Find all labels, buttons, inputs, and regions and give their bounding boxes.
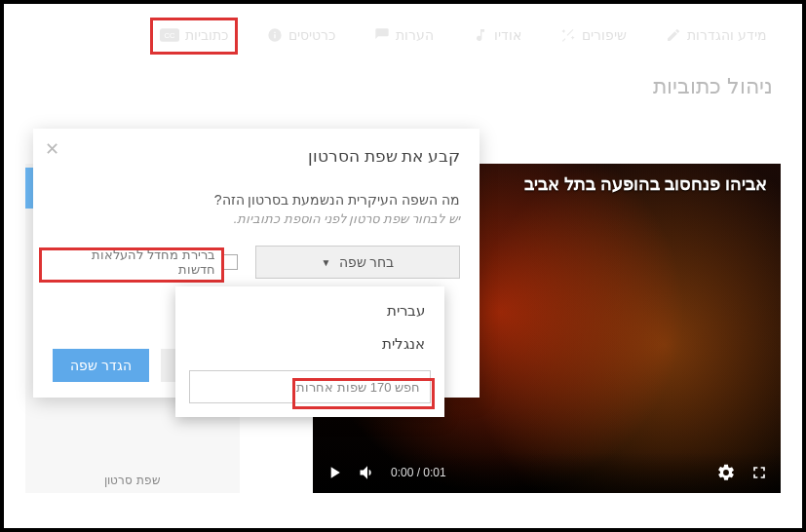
- modal-question: מה השפה העיקרית הנשמעת בסרטון הזה?: [53, 192, 460, 208]
- checkbox-label: ברירת מחדל להעלאות חדשות: [58, 247, 215, 277]
- language-select[interactable]: בחר שפה ▼: [255, 246, 460, 279]
- close-icon[interactable]: ✕: [45, 138, 59, 160]
- chevron-down-icon: ▼: [322, 257, 331, 268]
- video-time: 0:00 / 0:01: [391, 466, 446, 479]
- language-dropdown: עברית אנגלית חפש 170 שפות אחרות: [175, 286, 444, 417]
- checkbox[interactable]: [223, 254, 238, 270]
- settings-icon[interactable]: [716, 463, 736, 482]
- left-panel-label: שפת סרטון: [31, 474, 234, 487]
- volume-icon[interactable]: [358, 463, 377, 482]
- language-option[interactable]: עברית: [175, 294, 444, 327]
- search-placeholder: חפש 170 שפות אחרות: [296, 380, 420, 395]
- play-icon[interactable]: [325, 463, 344, 482]
- language-search-input[interactable]: חפש 170 שפות אחרות: [189, 370, 431, 403]
- default-upload-checkbox-wrap[interactable]: ברירת מחדל להעלאות חדשות: [53, 244, 244, 281]
- set-language-button[interactable]: הגדר שפה: [53, 349, 149, 382]
- video-title: אביהו פנחסוב בהופעה בתל אביב: [524, 173, 767, 195]
- modal-title: קבע את שפת הסרטון: [53, 146, 460, 167]
- select-label: בחר שפה: [339, 254, 395, 270]
- fullscreen-icon[interactable]: [749, 463, 769, 482]
- video-controls: 0:00 / 0:01: [313, 452, 781, 493]
- modal-hint: יש לבחור שפת סרטון לפני הוספת כתוביות.: [53, 211, 460, 226]
- language-option[interactable]: אנגלית: [175, 327, 444, 361]
